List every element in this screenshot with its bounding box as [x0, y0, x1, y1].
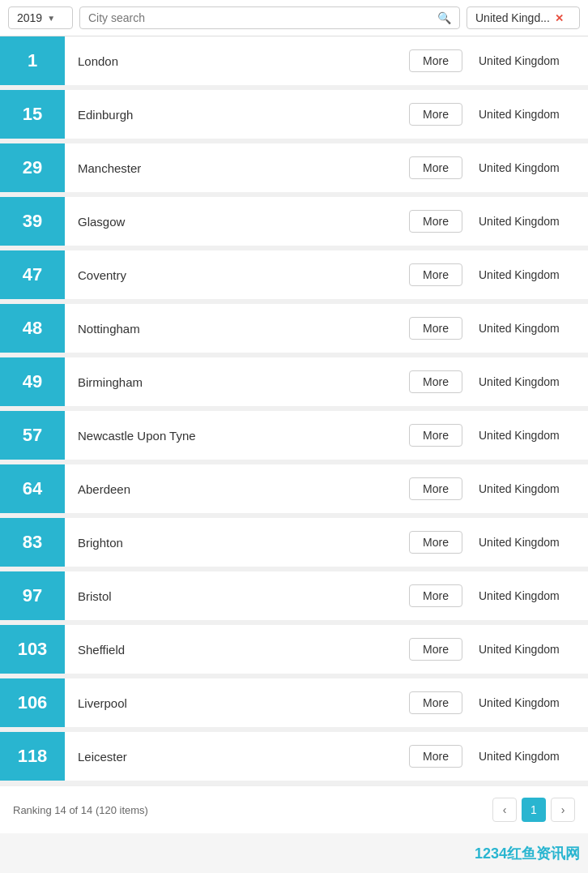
more-button[interactable]: More	[409, 370, 462, 393]
close-icon[interactable]: ✕	[555, 12, 564, 24]
table-row: 64 Aberdeen More United Kingdom	[0, 464, 588, 518]
city-cell: Newcastle Upon Tyne	[65, 429, 409, 443]
table-row: 47 Coventry More United Kingdom	[0, 250, 588, 304]
country-cell: United Kingdom	[471, 696, 588, 709]
more-button[interactable]: More	[409, 263, 462, 286]
more-button[interactable]: More	[409, 424, 462, 447]
current-page-button[interactable]: 1	[522, 798, 546, 822]
table-row: 49 Birmingham More United Kingdom	[0, 357, 588, 411]
rank-cell: 49	[0, 357, 65, 406]
rank-cell: 57	[0, 411, 65, 460]
country-cell: United Kingdom	[471, 108, 588, 121]
more-button[interactable]: More	[409, 156, 462, 179]
prev-page-button[interactable]: ‹	[492, 798, 517, 822]
city-cell: Bristol	[65, 589, 409, 603]
country-cell: United Kingdom	[471, 643, 588, 656]
table-row: 83 Brighton More United Kingdom	[0, 518, 588, 571]
chevron-down-icon: ▼	[47, 14, 55, 23]
rank-cell: 103	[0, 625, 65, 674]
city-cell: Leicester	[65, 750, 409, 764]
ranking-text: Ranking 14 of 14 (120 items)	[13, 804, 148, 816]
country-cell: United Kingdom	[471, 322, 588, 335]
more-button[interactable]: More	[409, 477, 462, 500]
city-cell: Birmingham	[65, 375, 409, 389]
more-button[interactable]: More	[409, 49, 462, 72]
more-button[interactable]: More	[409, 745, 462, 768]
rank-cell: 15	[0, 90, 65, 139]
city-cell: Edinburgh	[65, 108, 409, 122]
city-cell: Brighton	[65, 536, 409, 550]
city-cell: Aberdeen	[65, 482, 409, 496]
rank-cell: 64	[0, 464, 65, 513]
rank-cell: 29	[0, 143, 65, 192]
country-cell: United Kingdom	[471, 215, 588, 228]
country-cell: United Kingdom	[471, 268, 588, 281]
table-row: 118 Leicester More United Kingdom	[0, 732, 588, 785]
more-button[interactable]: More	[409, 317, 462, 340]
table-row: 1 London More United Kingdom	[0, 36, 588, 90]
country-cell: United Kingdom	[471, 375, 588, 388]
toolbar: 2019 ▼ 🔍 United Kingd... ✕	[0, 0, 588, 36]
country-filter-label: United Kingd...	[475, 11, 550, 24]
year-label: 2019	[17, 11, 42, 24]
table-row: 103 Sheffield More United Kingdom	[0, 625, 588, 678]
city-cell: Manchester	[65, 161, 409, 175]
footer: Ranking 14 of 14 (120 items) ‹ 1 ›	[0, 785, 588, 833]
table-row: 57 Newcastle Upon Tyne More United Kingd…	[0, 411, 588, 464]
country-cell: United Kingdom	[471, 589, 588, 602]
more-button[interactable]: More	[409, 584, 462, 607]
more-button[interactable]: More	[409, 531, 462, 554]
more-button[interactable]: More	[409, 691, 462, 714]
country-cell: United Kingdom	[471, 536, 588, 549]
watermark: 1234红鱼资讯网	[475, 844, 580, 863]
city-cell: Liverpool	[65, 696, 409, 710]
more-button[interactable]: More	[409, 638, 462, 661]
results-table: 1 London More United Kingdom 15 Edinburg…	[0, 36, 588, 785]
country-cell: United Kingdom	[471, 161, 588, 174]
city-cell: Coventry	[65, 268, 409, 282]
city-cell: London	[65, 54, 409, 68]
pagination: ‹ 1 ›	[492, 798, 575, 822]
rank-cell: 83	[0, 518, 65, 567]
rank-cell: 47	[0, 250, 65, 299]
search-icon: 🔍	[437, 11, 451, 24]
table-row: 106 Liverpool More United Kingdom	[0, 678, 588, 732]
table-row: 39 Glasgow More United Kingdom	[0, 197, 588, 250]
rank-cell: 97	[0, 571, 65, 620]
rank-cell: 48	[0, 304, 65, 353]
country-cell: United Kingdom	[471, 54, 588, 67]
year-dropdown[interactable]: 2019 ▼	[8, 6, 73, 29]
more-button[interactable]: More	[409, 103, 462, 126]
search-input[interactable]	[88, 11, 437, 24]
country-cell: United Kingdom	[471, 482, 588, 495]
table-row: 48 Nottingham More United Kingdom	[0, 304, 588, 357]
country-filter[interactable]: United Kingd... ✕	[467, 6, 580, 29]
city-cell: Sheffield	[65, 643, 409, 657]
table-row: 29 Manchester More United Kingdom	[0, 143, 588, 197]
table-row: 15 Edinburgh More United Kingdom	[0, 90, 588, 143]
rank-cell: 1	[0, 36, 65, 85]
rank-cell: 106	[0, 678, 65, 727]
city-cell: Glasgow	[65, 215, 409, 229]
table-row: 97 Bristol More United Kingdom	[0, 571, 588, 625]
country-cell: United Kingdom	[471, 750, 588, 763]
country-cell: United Kingdom	[471, 429, 588, 442]
search-box: 🔍	[79, 6, 460, 29]
more-button[interactable]: More	[409, 210, 462, 233]
next-page-button[interactable]: ›	[551, 798, 575, 822]
city-cell: Nottingham	[65, 322, 409, 336]
rank-cell: 118	[0, 732, 65, 781]
rank-cell: 39	[0, 197, 65, 246]
